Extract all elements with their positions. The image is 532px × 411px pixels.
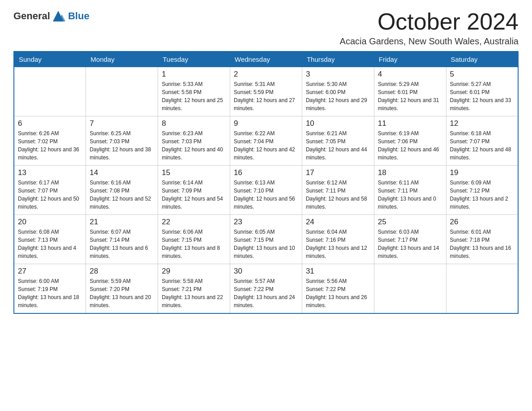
day-number: 14: [90, 168, 154, 177]
day-number: 5: [450, 70, 514, 79]
day-info: Sunrise: 6:13 AMSunset: 7:10 PMDaylight:…: [234, 179, 298, 211]
calendar-cell: 13Sunrise: 6:17 AMSunset: 7:07 PMDayligh…: [14, 166, 86, 215]
calendar-cell: 11Sunrise: 6:19 AMSunset: 7:06 PMDayligh…: [374, 116, 446, 166]
day-number: 30: [234, 267, 298, 276]
day-info: Sunrise: 6:09 AMSunset: 7:12 PMDaylight:…: [450, 179, 514, 211]
day-number: 7: [90, 119, 154, 128]
calendar-cell: 6Sunrise: 6:26 AMSunset: 7:02 PMDaylight…: [14, 116, 86, 166]
logo-icon: [51, 9, 65, 23]
day-number: 12: [450, 119, 514, 128]
day-info: Sunrise: 6:00 AMSunset: 7:19 PMDaylight:…: [18, 277, 82, 309]
day-number: 8: [162, 119, 226, 128]
day-info: Sunrise: 5:31 AMSunset: 5:59 PMDaylight:…: [234, 80, 298, 112]
col-friday: Friday: [374, 51, 446, 67]
calendar-cell: 12Sunrise: 6:18 AMSunset: 7:07 PMDayligh…: [446, 116, 518, 166]
day-number: 22: [162, 218, 226, 227]
day-number: 16: [234, 168, 298, 177]
day-info: Sunrise: 6:17 AMSunset: 7:07 PMDaylight:…: [18, 179, 82, 211]
day-info: Sunrise: 5:30 AMSunset: 6:00 PMDaylight:…: [306, 80, 370, 112]
day-number: 19: [450, 168, 514, 177]
day-number: 25: [378, 218, 442, 227]
month-title: October 2024: [340, 9, 519, 34]
day-info: Sunrise: 5:29 AMSunset: 6:01 PMDaylight:…: [378, 80, 442, 112]
col-monday: Monday: [86, 51, 158, 67]
day-number: 6: [18, 119, 82, 128]
col-wednesday: Wednesday: [230, 51, 302, 67]
calendar-cell: 14Sunrise: 6:16 AMSunset: 7:08 PMDayligh…: [86, 166, 158, 215]
page-header: General Blue October 2024 Acacia Gardens…: [13, 9, 519, 47]
calendar-header: Sunday Monday Tuesday Wednesday Thursday…: [14, 51, 518, 67]
day-number: 20: [18, 218, 82, 227]
title-section: October 2024 Acacia Gardens, New South W…: [340, 9, 519, 47]
day-info: Sunrise: 5:27 AMSunset: 6:01 PMDaylight:…: [450, 80, 514, 112]
calendar-body: 1Sunrise: 5:33 AMSunset: 5:58 PMDaylight…: [14, 67, 518, 313]
day-number: 15: [162, 168, 226, 177]
calendar-cell: 27Sunrise: 6:00 AMSunset: 7:19 PMDayligh…: [14, 264, 86, 313]
day-info: Sunrise: 6:07 AMSunset: 7:14 PMDaylight:…: [90, 228, 154, 260]
logo-general: General: [13, 10, 50, 22]
day-info: Sunrise: 6:04 AMSunset: 7:16 PMDaylight:…: [306, 228, 370, 260]
day-info: Sunrise: 5:59 AMSunset: 7:20 PMDaylight:…: [90, 277, 154, 309]
calendar-cell: 30Sunrise: 5:57 AMSunset: 7:22 PMDayligh…: [230, 264, 302, 313]
day-info: Sunrise: 6:01 AMSunset: 7:18 PMDaylight:…: [450, 228, 514, 260]
day-info: Sunrise: 6:14 AMSunset: 7:09 PMDaylight:…: [162, 179, 226, 211]
calendar-cell: 5Sunrise: 5:27 AMSunset: 6:01 PMDaylight…: [446, 67, 518, 116]
day-number: 10: [306, 119, 370, 128]
calendar-week-3: 13Sunrise: 6:17 AMSunset: 7:07 PMDayligh…: [14, 166, 518, 215]
calendar-cell: 2Sunrise: 5:31 AMSunset: 5:59 PMDaylight…: [230, 67, 302, 116]
calendar-table: Sunday Monday Tuesday Wednesday Thursday…: [13, 51, 519, 314]
col-saturday: Saturday: [446, 51, 518, 67]
day-info: Sunrise: 6:19 AMSunset: 7:06 PMDaylight:…: [378, 129, 442, 162]
calendar-cell: 28Sunrise: 5:59 AMSunset: 7:20 PMDayligh…: [86, 264, 158, 313]
calendar-cell: 4Sunrise: 5:29 AMSunset: 6:01 PMDaylight…: [374, 67, 446, 116]
day-info: Sunrise: 5:58 AMSunset: 7:21 PMDaylight:…: [162, 277, 226, 309]
day-number: 21: [90, 218, 154, 227]
day-number: 2: [234, 70, 298, 79]
col-sunday: Sunday: [14, 51, 86, 67]
calendar-cell: 19Sunrise: 6:09 AMSunset: 7:12 PMDayligh…: [446, 166, 518, 215]
day-info: Sunrise: 6:26 AMSunset: 7:02 PMDaylight:…: [18, 129, 82, 162]
col-thursday: Thursday: [302, 51, 374, 67]
calendar-cell: 29Sunrise: 5:58 AMSunset: 7:21 PMDayligh…: [158, 264, 230, 313]
calendar-cell: 24Sunrise: 6:04 AMSunset: 7:16 PMDayligh…: [302, 215, 374, 264]
logo: General Blue: [13, 9, 90, 23]
day-number: 29: [162, 267, 226, 276]
calendar-cell: [374, 264, 446, 313]
day-info: Sunrise: 6:18 AMSunset: 7:07 PMDaylight:…: [450, 129, 514, 162]
calendar-cell: [446, 264, 518, 313]
calendar-cell: 18Sunrise: 6:11 AMSunset: 7:11 PMDayligh…: [374, 166, 446, 215]
calendar-cell: 15Sunrise: 6:14 AMSunset: 7:09 PMDayligh…: [158, 166, 230, 215]
calendar-cell: 3Sunrise: 5:30 AMSunset: 6:00 PMDaylight…: [302, 67, 374, 116]
location-title: Acacia Gardens, New South Wales, Austral…: [340, 36, 519, 47]
day-info: Sunrise: 6:12 AMSunset: 7:11 PMDaylight:…: [306, 179, 370, 211]
calendar-cell: 9Sunrise: 6:22 AMSunset: 7:04 PMDaylight…: [230, 116, 302, 166]
day-info: Sunrise: 6:06 AMSunset: 7:15 PMDaylight:…: [162, 228, 226, 260]
day-info: Sunrise: 6:22 AMSunset: 7:04 PMDaylight:…: [234, 129, 298, 162]
day-info: Sunrise: 6:25 AMSunset: 7:03 PMDaylight:…: [90, 129, 154, 162]
calendar-week-4: 20Sunrise: 6:08 AMSunset: 7:13 PMDayligh…: [14, 215, 518, 264]
day-number: 3: [306, 70, 370, 79]
calendar-cell: 22Sunrise: 6:06 AMSunset: 7:15 PMDayligh…: [158, 215, 230, 264]
day-info: Sunrise: 5:33 AMSunset: 5:58 PMDaylight:…: [162, 80, 226, 112]
day-number: 26: [450, 218, 514, 227]
logo-blue: Blue: [68, 10, 90, 22]
day-number: 13: [18, 168, 82, 177]
calendar-cell: 8Sunrise: 6:23 AMSunset: 7:03 PMDaylight…: [158, 116, 230, 166]
day-number: 11: [378, 119, 442, 128]
day-number: 18: [378, 168, 442, 177]
calendar-cell: 26Sunrise: 6:01 AMSunset: 7:18 PMDayligh…: [446, 215, 518, 264]
calendar-cell: [86, 67, 158, 116]
calendar-cell: 10Sunrise: 6:21 AMSunset: 7:05 PMDayligh…: [302, 116, 374, 166]
calendar-cell: [14, 67, 86, 116]
calendar-cell: 31Sunrise: 5:56 AMSunset: 7:22 PMDayligh…: [302, 264, 374, 313]
day-number: 23: [234, 218, 298, 227]
col-tuesday: Tuesday: [158, 51, 230, 67]
day-number: 17: [306, 168, 370, 177]
day-info: Sunrise: 6:03 AMSunset: 7:17 PMDaylight:…: [378, 228, 442, 260]
calendar-cell: 17Sunrise: 6:12 AMSunset: 7:11 PMDayligh…: [302, 166, 374, 215]
day-info: Sunrise: 6:16 AMSunset: 7:08 PMDaylight:…: [90, 179, 154, 211]
calendar-cell: 16Sunrise: 6:13 AMSunset: 7:10 PMDayligh…: [230, 166, 302, 215]
calendar-cell: 20Sunrise: 6:08 AMSunset: 7:13 PMDayligh…: [14, 215, 86, 264]
day-number: 27: [18, 267, 82, 276]
day-number: 31: [306, 267, 370, 276]
